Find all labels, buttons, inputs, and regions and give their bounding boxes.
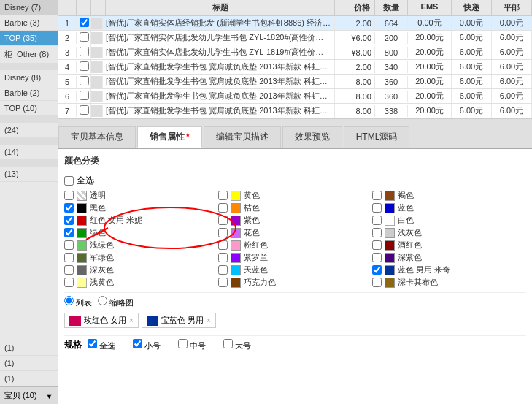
sidebar-item-top10[interactable]: TOP (10) xyxy=(0,101,58,116)
color-select-all[interactable] xyxy=(64,176,74,186)
tag-item-red: 玫红色 女用 × xyxy=(64,313,139,328)
table-row[interactable]: 5 [智优]厂家直销批发学生书包 宽肩减负底垫 2013年新款 科虹8702# … xyxy=(58,75,532,89)
color-row-khaki: 深卡其布色 xyxy=(372,277,526,288)
row-title: [智优]厂家直销批发学生书包 宽肩减负底垫 2013年新款 科虹8704# 8. xyxy=(103,104,335,118)
row-checkbox[interactable] xyxy=(77,89,91,103)
row-checkbox[interactable] xyxy=(77,31,91,45)
sidebar-expand-icon[interactable]: ▼ xyxy=(45,392,53,400)
tag-close-red[interactable]: × xyxy=(129,316,134,324)
color-checkbox-khaki[interactable] xyxy=(372,278,382,287)
sidebar-item-spacer4 xyxy=(0,160,58,167)
view-toggle-list-label[interactable]: 列表 xyxy=(64,296,92,308)
color-checkbox-blue[interactable] xyxy=(372,203,382,213)
sidebar-item-b2[interactable]: (1) xyxy=(0,356,58,371)
color-checkbox-darkpurple[interactable] xyxy=(372,253,382,262)
size-checkbox-small[interactable] xyxy=(133,339,142,348)
sidebar-item-14[interactable]: (14) xyxy=(0,145,58,160)
row-express: 6.00元 xyxy=(452,31,492,45)
table-row[interactable]: 2 [智优]厂家直销实体店批发幼儿学生书包 ZYL-1820#(高性价比系列) … xyxy=(58,31,532,45)
color-checkbox-darkgrey[interactable] xyxy=(64,265,74,275)
sidebar-item-b3[interactable]: (1) xyxy=(0,371,58,386)
tab-html-src[interactable]: HTML源码 xyxy=(344,126,410,148)
color-checkbox-transparent[interactable] xyxy=(64,191,74,200)
row-post: 6.00元 xyxy=(492,60,532,74)
size-select-all[interactable] xyxy=(88,339,97,348)
color-checkbox-lightgreen[interactable] xyxy=(64,240,74,250)
color-checkbox-floral[interactable] xyxy=(218,228,228,237)
color-row-darkpurple: 深紫色 xyxy=(372,252,526,263)
table-row[interactable]: 6 [智优]厂家直销批发学生书包 宽肩减负底垫 2013年新款 科虹8703# … xyxy=(58,89,532,104)
color-checkbox-black[interactable] xyxy=(64,203,74,213)
table-row[interactable]: 3 [智优]厂家直销实体店批发幼儿学生书包 ZYL-1819#(高性价比系列) … xyxy=(58,45,532,60)
size-select-all-label[interactable]: 全选 xyxy=(88,339,115,351)
color-label-violet: 紫罗兰 xyxy=(244,252,268,263)
sidebar-item-disney7[interactable]: Disney (7) xyxy=(0,0,58,15)
color-checkbox-lightyellow[interactable] xyxy=(64,278,74,287)
view-toggle-thumb-label[interactable]: 缩略图 xyxy=(98,296,134,308)
row-price: ¥8.00 xyxy=(335,47,375,58)
sidebar-item-disney8[interactable]: Disney (8) xyxy=(0,70,58,85)
sidebar-item-24[interactable]: (24) xyxy=(0,123,58,138)
row-checkbox[interactable] xyxy=(77,75,91,88)
color-checkbox-skyblue[interactable] xyxy=(218,265,228,275)
size-select-all-text: 全选 xyxy=(99,341,115,350)
color-checkbox-white[interactable] xyxy=(372,216,382,225)
size-option-large[interactable]: 大号 xyxy=(223,339,251,351)
color-swatch-darkgrey xyxy=(77,265,87,275)
sidebar-item-top35[interactable]: TOP (35) xyxy=(0,31,58,46)
tab-preview[interactable]: 效果预览 xyxy=(282,126,342,148)
sidebar-item-spacer3 xyxy=(0,138,58,145)
tab-edit-desc[interactable]: 编辑宝贝描述 xyxy=(204,126,281,148)
color-checkbox-lightgrey[interactable] xyxy=(372,228,382,237)
table-row[interactable]: 7 [智优]厂家直销批发学生书包 宽肩减负底垫 2013年新款 科虹8704# … xyxy=(58,104,532,118)
table-row[interactable]: 4 [智优]厂家直销批发学生书包 宽肩减负底垫 2013年新款 科虹8701# … xyxy=(58,60,532,75)
table-scrollbar[interactable] xyxy=(58,118,532,126)
view-toggle: 列表 缩略图 xyxy=(64,296,526,308)
size-checkbox-medium[interactable] xyxy=(178,339,188,348)
row-post: 6.00元 xyxy=(492,31,532,45)
tab-basic-info[interactable]: 宝贝基本信息 xyxy=(58,126,136,148)
table-row[interactable]: 1 [智优]厂家直销实体店经销批发 (新潮学生书包科虹8886) 经济实惠款 2… xyxy=(58,16,532,31)
row-img xyxy=(91,47,103,58)
tab-sale-attr[interactable]: 销售属性* xyxy=(137,126,202,148)
row-num: 3 xyxy=(58,47,77,58)
view-list-radio[interactable] xyxy=(64,296,74,305)
color-select-all-label: 全选 xyxy=(77,175,94,187)
color-checkbox-purple[interactable] xyxy=(218,216,228,225)
sidebar-item-barbie2[interactable]: Barbie (2) xyxy=(0,85,58,101)
color-checkbox-chocolate[interactable] xyxy=(218,278,228,287)
color-swatch-armygreen xyxy=(77,253,87,263)
tag-label-red: 玫红色 女用 xyxy=(84,315,126,326)
size-option-medium[interactable]: 中号 xyxy=(178,339,206,351)
color-checkbox-violet[interactable] xyxy=(218,253,228,262)
sidebar-item-13[interactable]: (13) xyxy=(0,167,58,182)
color-row-bluemale: 蓝色 男用 米奇 xyxy=(372,264,526,275)
sidebar-item-b1[interactable]: (1) xyxy=(0,340,58,356)
color-checkbox-red[interactable] xyxy=(64,216,74,225)
color-checkbox-winered[interactable] xyxy=(372,240,382,250)
color-checkbox-armygreen[interactable] xyxy=(64,253,74,262)
color-row-floral: 花色 xyxy=(218,227,372,238)
row-checkbox[interactable] xyxy=(77,16,91,30)
row-checkbox[interactable] xyxy=(77,104,91,118)
sidebar-item-other8[interactable]: 柜_Other (8) xyxy=(0,46,58,64)
row-checkbox[interactable] xyxy=(77,60,91,74)
color-label-yellow: 黄色 xyxy=(244,190,260,201)
sidebar-item-barbie3[interactable]: Barbie (3) xyxy=(0,15,58,31)
color-checkbox-yellow[interactable] xyxy=(218,191,228,200)
color-swatch-floral xyxy=(231,228,241,238)
tag-close-blue[interactable]: × xyxy=(207,316,211,324)
color-checkbox-orange[interactable] xyxy=(218,203,228,213)
color-checkbox-brown[interactable] xyxy=(372,191,382,200)
size-option-small[interactable]: 小号 xyxy=(133,339,161,351)
row-img xyxy=(91,91,103,102)
row-post: 6.00元 xyxy=(492,45,532,59)
color-checkbox-pink[interactable] xyxy=(218,240,228,250)
row-express: 6.00元 xyxy=(452,75,492,88)
color-checkbox-green[interactable] xyxy=(64,228,74,237)
color-checkbox-bluemale[interactable] xyxy=(372,265,382,275)
tab-required-mark: * xyxy=(186,132,190,142)
row-checkbox[interactable] xyxy=(77,45,91,59)
size-checkbox-large[interactable] xyxy=(223,339,233,348)
view-thumb-radio[interactable] xyxy=(98,296,107,305)
